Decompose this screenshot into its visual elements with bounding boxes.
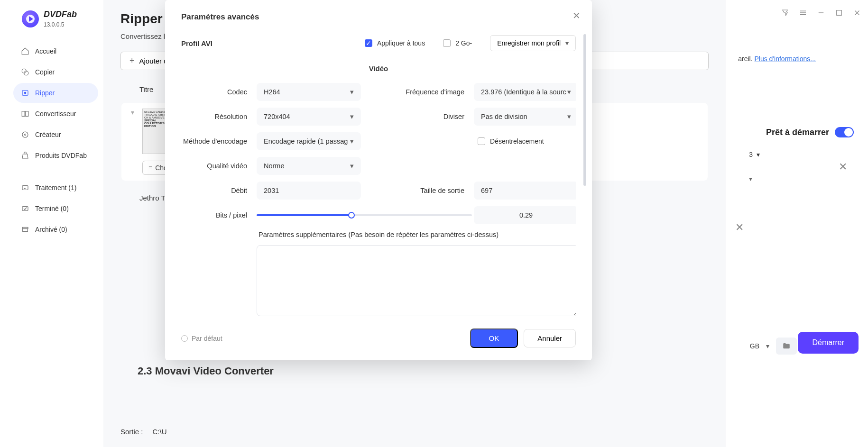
theme-icon[interactable]: [781, 9, 789, 17]
modal-scrollbar[interactable]: [583, 34, 586, 308]
start-button[interactable]: Démarrer: [798, 332, 859, 354]
nav-label: Produits DVDFab: [35, 152, 87, 159]
nav-label: Convertisseur: [35, 110, 76, 118]
encode-method-dropdown[interactable]: Encodage rapide (1 passag▾: [257, 132, 361, 150]
minimize-icon[interactable]: [817, 9, 825, 17]
chevron-down-icon[interactable]: ▾: [749, 175, 752, 182]
gb-label: GB: [750, 342, 759, 350]
svg-rect-10: [22, 207, 28, 211]
chevron-down-icon: ▾: [757, 151, 760, 158]
output-path: C:\U: [153, 428, 167, 436]
video-section-title: Vidéo: [181, 64, 576, 73]
save-profile-label: Enregistrer mon profil: [497, 39, 561, 47]
scrollbar-thumb[interactable]: [583, 34, 586, 186]
framerate-label: Fréquence d'image: [363, 88, 472, 96]
close-icon[interactable]: [853, 9, 861, 17]
nav-label: Traitement (1): [35, 184, 76, 192]
quality-label: Qualité vidéo: [181, 162, 255, 170]
cancel-button[interactable]: Annuler: [524, 329, 576, 347]
outsize-label: Taille de sortie: [363, 187, 472, 194]
expand-icon[interactable]: ▾: [131, 109, 138, 116]
extra-params-label: Paramètres supplémentaires (Pas besoin d…: [257, 231, 576, 238]
logo-icon: [22, 10, 39, 27]
nav-label: Terminé (0): [35, 205, 69, 212]
archive-icon: [21, 225, 29, 234]
svg-rect-9: [22, 186, 28, 190]
nav-item-home[interactable]: Accueil: [13, 41, 98, 61]
close-icon[interactable]: ✕: [839, 161, 847, 173]
nav-item-products[interactable]: Produits DVDFab: [13, 146, 98, 165]
resolution-label: Résolution: [181, 113, 255, 120]
close-icon[interactable]: ✕: [735, 221, 744, 234]
advanced-settings-modal: ✕ Paramètres avancés Profil AVI ✓ Appliq…: [165, 0, 592, 360]
save-profile-button[interactable]: Enregistrer mon profil ▾: [490, 35, 576, 51]
profile-label: Profil AVI: [181, 39, 212, 47]
chevron-down-icon[interactable]: ▾: [766, 342, 769, 350]
split-size-label: 2 Go-: [455, 39, 472, 47]
form-grid: Codec H264▾ Fréquence d'image 23.976 (Id…: [181, 83, 574, 320]
products-icon: [21, 151, 29, 160]
nav-item-copy[interactable]: Copier: [13, 62, 98, 82]
ok-button[interactable]: OK: [470, 328, 518, 348]
version-text: 13.0.0.5: [44, 21, 77, 28]
titlebar-controls: [781, 9, 861, 17]
bpp-slider[interactable]: [257, 214, 472, 216]
checkbox-icon: [478, 137, 485, 145]
nav-item-process[interactable]: Traitement (1): [13, 178, 98, 198]
chevron-down-icon: ▾: [350, 113, 354, 120]
size-unit-block: GB ▾: [750, 338, 797, 355]
codec-dropdown[interactable]: H264▾: [257, 83, 361, 101]
ripper-icon: [21, 89, 29, 97]
apply-all-checkbox[interactable]: ✓ Appliquer à tous: [365, 39, 425, 47]
copy-icon: [21, 68, 29, 76]
ready-toggle[interactable]: [835, 127, 854, 137]
svg-rect-6: [26, 111, 28, 117]
done-icon: [21, 204, 29, 213]
modal-header-row: Profil AVI ✓ Appliquer à tous 2 Go- Enre…: [181, 35, 576, 51]
quality-dropdown[interactable]: Norme▾: [257, 157, 361, 175]
page-fragment-heading: 2.3 Movavi Video Converter: [138, 365, 274, 377]
chevron-down-icon: ▾: [567, 88, 571, 96]
resolution-dropdown[interactable]: 720x404▾: [257, 108, 361, 126]
nav-item-archive[interactable]: Archivé (0): [13, 219, 98, 239]
reset-default-button[interactable]: Par défaut: [181, 335, 222, 342]
split-dropdown[interactable]: Pas de division▾: [474, 108, 576, 126]
nav-label: Créateur: [35, 131, 61, 138]
process-icon: [21, 183, 29, 192]
nav-item-done[interactable]: Terminé (0): [13, 199, 98, 219]
more-info-link[interactable]: Plus d'informations...: [754, 55, 816, 63]
svg-rect-5: [22, 111, 25, 117]
bpp-label: Bits / pixel: [181, 211, 255, 219]
close-button[interactable]: ✕: [571, 10, 582, 21]
apply-all-label: Appliquer à tous: [377, 39, 425, 47]
svg-rect-13: [837, 10, 842, 16]
nav-item-creator[interactable]: Créateur: [13, 125, 98, 145]
menu-icon[interactable]: [799, 9, 807, 17]
framerate-dropdown[interactable]: 23.976 (Identique à la sourc▾: [474, 83, 576, 101]
nav-item-ripper[interactable]: Ripper: [13, 83, 98, 103]
output-label: Sortie :: [120, 428, 143, 436]
open-folder-button[interactable]: [776, 338, 797, 355]
encode-method-label: Méthode d'encodage: [181, 137, 255, 145]
plus-icon: +: [129, 56, 135, 66]
deinterlace-checkbox[interactable]: Désentrelacement: [474, 137, 576, 145]
bitrate-label: Débit: [181, 187, 255, 194]
split-size-checkbox[interactable]: 2 Go-: [443, 39, 472, 47]
size-dropdown[interactable]: 3 ▾: [749, 151, 760, 158]
svg-rect-12: [23, 229, 28, 232]
codec-label: Codec: [181, 88, 255, 96]
extra-params-textarea[interactable]: [257, 245, 576, 316]
svg-point-4: [24, 92, 27, 94]
ready-label: Prêt à démarrer: [766, 128, 829, 137]
chevron-down-icon: ▾: [350, 137, 354, 145]
convert-icon: [21, 109, 29, 118]
outsize-input[interactable]: 697: [474, 182, 576, 200]
chevron-down-icon: ▾: [567, 113, 571, 120]
maximize-icon[interactable]: [835, 9, 843, 17]
bitrate-input[interactable]: 2031: [257, 182, 361, 200]
slider-thumb[interactable]: [348, 212, 355, 219]
bpp-value-input[interactable]: 0.29: [474, 206, 576, 224]
scroll-area: Codec H264▾ Fréquence d'image 23.976 (Id…: [181, 83, 576, 320]
nav-item-converter[interactable]: Convertisseur: [13, 104, 98, 124]
default-label: Par défaut: [192, 335, 222, 342]
